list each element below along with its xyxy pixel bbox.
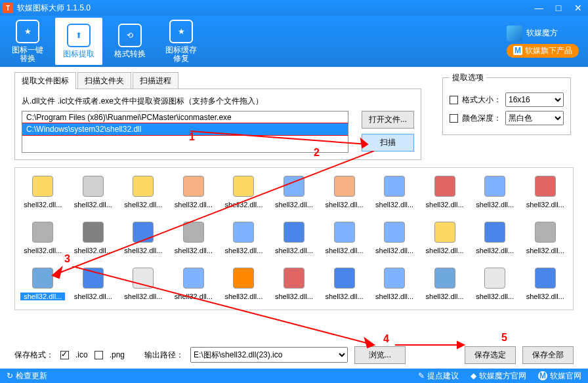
app-icon: T (3, 3, 13, 13)
save-all-button[interactable]: 保存全部 (522, 346, 574, 364)
icon-cell[interactable]: shell32.dll... (520, 262, 570, 308)
icon-cell[interactable]: shell32.dll... (419, 216, 470, 262)
icon-cell[interactable]: shell32.dll... (68, 171, 119, 216)
icon-cell[interactable]: shell32.dll... (219, 216, 269, 262)
tab-0[interactable]: 提取文件图标 (14, 72, 76, 89)
icon-cell[interactable]: shell32.dll... (169, 262, 219, 308)
extract-options: 提取选项 格式大小：16x16 颜色深度：黑白色 (442, 72, 571, 135)
depth-label: 颜色深度： (462, 113, 501, 124)
icon-cell[interactable]: shell32.dll... (319, 171, 369, 216)
icon-cell[interactable]: shell32.dll... (319, 262, 369, 308)
toolbar-icon: ★ (16, 20, 39, 43)
size-label: 格式大小： (462, 94, 501, 106)
toolbar-button-3[interactable]: ★图标缓存 修复 (158, 18, 205, 65)
home-link[interactable]: M 软媒官网 (538, 371, 581, 382)
png-checkbox[interactable] (94, 351, 103, 359)
toolbar-button-0[interactable]: ★图标一键 替换 (4, 18, 51, 65)
tab-2[interactable]: 扫描进程 (133, 72, 178, 89)
extract-panel: 从.dll文件 .icl文件或者.exe文件中提取资源图标（支持多个文件拖入） … (14, 89, 421, 160)
icon-cell[interactable]: shell32.dll... (68, 262, 119, 308)
icon-cell[interactable]: shell32.dll... (319, 216, 369, 262)
file-row[interactable]: C:\Program Files (x86)\Ruanmei\PCMaster\… (22, 111, 348, 123)
brand-area: 软媒魔方 M软媒旗下产品 (507, 26, 579, 58)
depth-select[interactable]: 黑白色 (505, 111, 564, 125)
icon-cell[interactable]: shell32.dll... (68, 216, 119, 262)
toolbar-button-2[interactable]: ⟲格式转换 (106, 18, 154, 65)
format-label: 保存格式： (14, 350, 54, 361)
main-toolbar: ★图标一键 替换⬆图标提取⟲格式转换★图标缓存 修复 软媒魔方 M软媒旗下产品 (0, 16, 588, 67)
ico-checkbox[interactable] (60, 351, 69, 359)
options-legend: 提取选项 (450, 72, 486, 83)
browse-button[interactable]: 浏览... (354, 346, 406, 364)
icon-cell[interactable]: shell32.dll... (219, 171, 269, 216)
icon-cell[interactable]: shell32.dll... (369, 171, 420, 216)
icon-cell[interactable]: shell32.dll... (470, 171, 520, 216)
icon-cell[interactable]: shell32.dll... (369, 262, 420, 308)
icon-cell[interactable]: shell32.dll... (118, 171, 169, 216)
status-bar: ↻ 检查更新 ✎ 提点建议 ◆ 软媒魔方官网 M 软媒官网 (0, 369, 588, 383)
maximize-button[interactable]: □ (549, 3, 568, 13)
size-checkbox[interactable] (450, 96, 458, 104)
minimize-button[interactable]: — (529, 3, 549, 13)
icon-grid: shell32.dll...shell32.dll...shell32.dll.… (14, 167, 574, 310)
titlebar: T 软媒图标大师 1.1.5.0 — □ ✕ (0, 0, 588, 16)
icon-cell[interactable]: shell32.dll... (169, 171, 219, 216)
icon-cell[interactable]: shell32.dll... (18, 216, 68, 262)
suggest-link[interactable]: ✎ 提点建议 (418, 371, 459, 382)
output-label: 输出路径： (144, 350, 184, 361)
close-button[interactable]: ✕ (568, 3, 588, 13)
window-title: 软媒图标大师 1.1.5.0 (17, 3, 91, 14)
panel-hint: 从.dll文件 .icl文件或者.exe文件中提取资源图标（支持多个文件拖入） (22, 96, 414, 107)
icon-cell[interactable]: shell32.dll... (520, 216, 570, 262)
icon-cell[interactable]: shell32.dll... (470, 262, 520, 308)
file-row[interactable]: C:\Windows\system32\shell32.dll (22, 123, 348, 135)
depth-checkbox[interactable] (450, 114, 458, 123)
toolbar-icon: ⬆ (67, 24, 91, 47)
toolbar-icon: ⟲ (118, 24, 142, 47)
icon-cell[interactable]: shell32.dll... (269, 216, 320, 262)
icon-cell[interactable]: shell32.dll... (419, 262, 470, 308)
icon-cell[interactable]: shell32.dll... (419, 171, 470, 216)
icon-cell[interactable]: shell32.dll... (470, 216, 520, 262)
cube-icon (507, 26, 522, 41)
toolbar-icon: ★ (169, 20, 193, 43)
scan-button[interactable]: 扫描 (362, 134, 414, 151)
icon-cell[interactable]: shell32.dll... (118, 262, 169, 308)
icon-cell[interactable]: shell32.dll... (269, 171, 320, 216)
save-selected-button[interactable]: 保存选定 (465, 346, 516, 364)
size-select[interactable]: 16x16 (505, 92, 564, 107)
official-site-link[interactable]: ◆ 软媒魔方官网 (471, 371, 526, 382)
output-path-select[interactable]: E:\图标\shell32.dll(23).ico (190, 347, 348, 363)
toolbar-button-1[interactable]: ⬆图标提取 (55, 18, 102, 65)
open-file-button[interactable]: 打开文件... (362, 111, 414, 129)
check-update-link[interactable]: ↻ 检查更新 (7, 371, 47, 382)
icon-cell[interactable]: shell32.dll... (18, 171, 68, 216)
icon-cell[interactable]: shell32.dll... (520, 171, 570, 216)
file-list[interactable]: C:\Program Files (x86)\Ruanmei\PCMaster\… (22, 111, 348, 153)
icon-cell[interactable]: shell32.dll... (269, 262, 320, 308)
icon-cell[interactable]: shell32.dll... (219, 262, 269, 308)
tab-1[interactable]: 扫描文件夹 (77, 72, 131, 89)
brand-badge[interactable]: M软媒旗下产品 (507, 44, 579, 58)
icon-cell[interactable]: shell32.dll... (169, 216, 219, 262)
brand-name: 软媒魔方 (526, 28, 558, 39)
icon-cell[interactable]: shell32.dll... (369, 216, 420, 262)
footer-bar: 保存格式： .ico .png 输出路径： E:\图标\shell32.dll(… (0, 342, 588, 367)
icon-cell[interactable]: shell32.dll... (18, 262, 68, 308)
icon-cell[interactable]: shell32.dll... (118, 216, 169, 262)
